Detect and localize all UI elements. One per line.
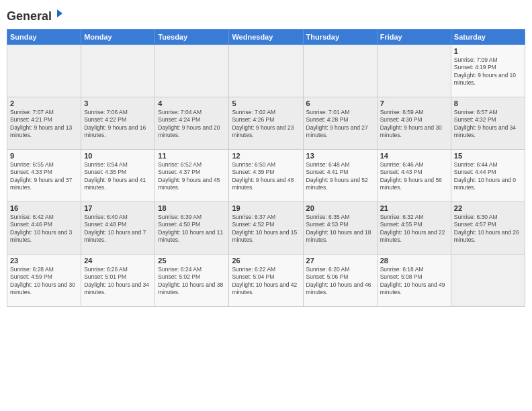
day-number: 18 — [158, 204, 226, 212]
day-cell: 12Sunrise: 6:50 AM Sunset: 4:39 PM Dayli… — [229, 149, 303, 201]
day-number: 22 — [454, 204, 522, 212]
day-info: Sunrise: 6:44 AM Sunset: 4:44 PM Dayligh… — [454, 161, 522, 192]
week-row-1: 1Sunrise: 7:09 AM Sunset: 4:19 PM Daylig… — [7, 44, 525, 97]
day-number: 5 — [232, 99, 300, 107]
day-info: Sunrise: 7:06 AM Sunset: 4:22 PM Dayligh… — [84, 109, 152, 140]
day-number: 14 — [380, 152, 448, 160]
day-cell: 3Sunrise: 7:06 AM Sunset: 4:22 PM Daylig… — [81, 97, 155, 149]
day-info: Sunrise: 6:48 AM Sunset: 4:41 PM Dayligh… — [306, 161, 374, 192]
day-cell: 14Sunrise: 6:46 AM Sunset: 4:43 PM Dayli… — [377, 149, 451, 201]
day-number: 11 — [158, 152, 226, 160]
week-row-5: 23Sunrise: 6:28 AM Sunset: 4:59 PM Dayli… — [7, 254, 525, 306]
day-info: Sunrise: 6:50 AM Sunset: 4:39 PM Dayligh… — [232, 161, 300, 192]
day-cell: 19Sunrise: 6:37 AM Sunset: 4:52 PM Dayli… — [229, 201, 303, 254]
week-row-4: 16Sunrise: 6:42 AM Sunset: 4:46 PM Dayli… — [7, 201, 525, 254]
day-info: Sunrise: 6:26 AM Sunset: 5:01 PM Dayligh… — [84, 266, 152, 297]
day-number: 24 — [84, 257, 152, 265]
day-info: Sunrise: 6:22 AM Sunset: 5:04 PM Dayligh… — [232, 266, 300, 297]
day-cell: 2Sunrise: 7:07 AM Sunset: 4:21 PM Daylig… — [7, 97, 81, 149]
day-number: 8 — [454, 99, 522, 107]
day-number: 4 — [158, 99, 226, 107]
day-cell: 15Sunrise: 6:44 AM Sunset: 4:44 PM Dayli… — [451, 149, 525, 201]
day-info: Sunrise: 6:40 AM Sunset: 4:48 PM Dayligh… — [84, 214, 152, 244]
day-cell: 1Sunrise: 7:09 AM Sunset: 4:19 PM Daylig… — [451, 44, 525, 97]
day-info: Sunrise: 6:18 AM Sunset: 5:08 PM Dayligh… — [380, 266, 448, 297]
day-info: Sunrise: 7:01 AM Sunset: 4:28 PM Dayligh… — [306, 109, 374, 140]
day-info: Sunrise: 7:07 AM Sunset: 4:21 PM Dayligh… — [10, 109, 78, 140]
day-cell — [155, 44, 229, 97]
day-info: Sunrise: 6:39 AM Sunset: 4:50 PM Dayligh… — [158, 214, 226, 244]
day-info: Sunrise: 6:32 AM Sunset: 4:55 PM Dayligh… — [380, 214, 448, 244]
day-cell: 4Sunrise: 7:04 AM Sunset: 4:24 PM Daylig… — [155, 97, 229, 149]
day-number: 1 — [454, 47, 522, 55]
calendar-body: 1Sunrise: 7:09 AM Sunset: 4:19 PM Daylig… — [7, 44, 525, 306]
day-number: 23 — [10, 257, 78, 265]
day-cell: 20Sunrise: 6:35 AM Sunset: 4:53 PM Dayli… — [303, 201, 377, 254]
week-row-2: 2Sunrise: 7:07 AM Sunset: 4:21 PM Daylig… — [7, 97, 525, 149]
day-cell: 21Sunrise: 6:32 AM Sunset: 4:55 PM Dayli… — [377, 201, 451, 254]
weekday-tuesday: Tuesday — [155, 29, 229, 44]
day-cell: 18Sunrise: 6:39 AM Sunset: 4:50 PM Dayli… — [155, 201, 229, 254]
day-info: Sunrise: 6:42 AM Sunset: 4:46 PM Dayligh… — [10, 214, 78, 244]
day-cell — [377, 44, 451, 97]
logo-blue-text — [52, 9, 65, 23]
day-cell: 27Sunrise: 6:20 AM Sunset: 5:06 PM Dayli… — [303, 254, 377, 306]
day-info: Sunrise: 6:37 AM Sunset: 4:52 PM Dayligh… — [232, 214, 300, 244]
day-number: 17 — [84, 204, 152, 212]
day-number: 20 — [306, 204, 374, 212]
day-number: 25 — [158, 257, 226, 265]
weekday-sunday: Sunday — [7, 29, 81, 44]
day-info: Sunrise: 6:59 AM Sunset: 4:30 PM Dayligh… — [380, 109, 448, 140]
day-cell — [81, 44, 155, 97]
weekday-thursday: Thursday — [303, 29, 377, 44]
weekday-friday: Friday — [377, 29, 451, 44]
day-info: Sunrise: 6:52 AM Sunset: 4:37 PM Dayligh… — [158, 161, 226, 192]
day-cell — [229, 44, 303, 97]
day-cell: 9Sunrise: 6:55 AM Sunset: 4:33 PM Daylig… — [7, 149, 81, 201]
svg-marker-0 — [57, 9, 62, 17]
weekday-wednesday: Wednesday — [229, 29, 303, 44]
day-info: Sunrise: 6:28 AM Sunset: 4:59 PM Dayligh… — [10, 266, 78, 297]
day-number: 7 — [380, 99, 448, 107]
day-info: Sunrise: 7:02 AM Sunset: 4:26 PM Dayligh… — [232, 109, 300, 140]
day-number: 12 — [232, 152, 300, 160]
weekday-saturday: Saturday — [451, 29, 525, 44]
day-number: 6 — [306, 99, 374, 107]
day-number: 10 — [84, 152, 152, 160]
day-cell: 24Sunrise: 6:26 AM Sunset: 5:01 PM Dayli… — [81, 254, 155, 306]
day-number: 9 — [10, 152, 78, 160]
day-cell: 28Sunrise: 6:18 AM Sunset: 5:08 PM Dayli… — [377, 254, 451, 306]
day-info: Sunrise: 7:09 AM Sunset: 4:19 PM Dayligh… — [454, 56, 522, 87]
day-cell — [7, 44, 81, 97]
day-info: Sunrise: 6:30 AM Sunset: 4:57 PM Dayligh… — [454, 214, 522, 244]
logo-general-text: General — [7, 9, 52, 23]
day-info: Sunrise: 6:54 AM Sunset: 4:35 PM Dayligh… — [84, 161, 152, 192]
day-info: Sunrise: 6:57 AM Sunset: 4:32 PM Dayligh… — [454, 109, 522, 140]
day-cell: 17Sunrise: 6:40 AM Sunset: 4:48 PM Dayli… — [81, 201, 155, 254]
day-number: 19 — [232, 204, 300, 212]
day-info: Sunrise: 6:46 AM Sunset: 4:43 PM Dayligh… — [380, 161, 448, 192]
day-number: 2 — [10, 99, 78, 107]
day-number: 13 — [306, 152, 374, 160]
day-cell: 22Sunrise: 6:30 AM Sunset: 4:57 PM Dayli… — [451, 201, 525, 254]
day-cell: 13Sunrise: 6:48 AM Sunset: 4:41 PM Dayli… — [303, 149, 377, 201]
day-info: Sunrise: 6:55 AM Sunset: 4:33 PM Dayligh… — [10, 161, 78, 192]
calendar-table: SundayMondayTuesdayWednesdayThursdayFrid… — [7, 29, 525, 307]
day-cell — [451, 254, 525, 306]
day-number: 16 — [10, 204, 78, 212]
day-info: Sunrise: 6:20 AM Sunset: 5:06 PM Dayligh… — [306, 266, 374, 297]
day-cell: 10Sunrise: 6:54 AM Sunset: 4:35 PM Dayli… — [81, 149, 155, 201]
day-cell: 26Sunrise: 6:22 AM Sunset: 5:04 PM Dayli… — [229, 254, 303, 306]
day-number: 21 — [380, 204, 448, 212]
day-cell: 7Sunrise: 6:59 AM Sunset: 4:30 PM Daylig… — [377, 97, 451, 149]
header: General — [7, 7, 525, 24]
day-cell: 23Sunrise: 6:28 AM Sunset: 4:59 PM Dayli… — [7, 254, 81, 306]
day-number: 3 — [84, 99, 152, 107]
day-number: 15 — [454, 152, 522, 160]
day-cell: 16Sunrise: 6:42 AM Sunset: 4:46 PM Dayli… — [7, 201, 81, 254]
day-number: 27 — [306, 257, 374, 265]
weekday-header-row: SundayMondayTuesdayWednesdayThursdayFrid… — [7, 29, 525, 44]
calendar-header: SundayMondayTuesdayWednesdayThursdayFrid… — [7, 29, 525, 44]
calendar-container: General SundayMondayTuesdayWednesdayThur… — [0, 0, 532, 411]
day-cell: 6Sunrise: 7:01 AM Sunset: 4:28 PM Daylig… — [303, 97, 377, 149]
